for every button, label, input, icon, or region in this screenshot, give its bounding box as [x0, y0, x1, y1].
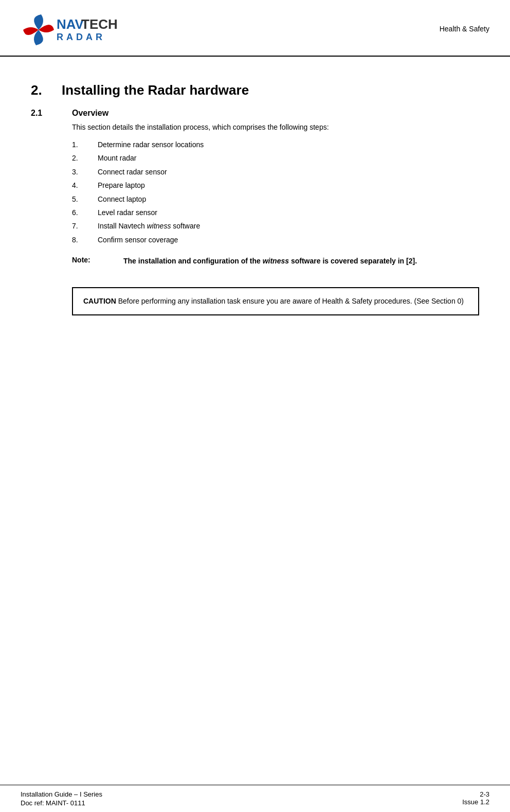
step-text: Connect radar sensor	[98, 166, 479, 178]
note-label: Note:	[72, 256, 123, 267]
subsection-number: 2.1	[31, 109, 72, 118]
section-title: Installing the Radar hardware	[62, 82, 249, 98]
intro-text: This section details the installation pr…	[72, 122, 479, 133]
step-text: Install Navtech witness software	[98, 220, 479, 232]
main-content: 2. Installing the Radar hardware 2.1 Ove…	[0, 57, 510, 367]
list-item: 8. Confirm sensor coverage	[72, 234, 479, 245]
note-block: Note: The installation and configuration…	[72, 256, 479, 267]
header: NAV TECH RADAR Health & Safety	[0, 0, 510, 57]
note-content: The installation and configuration of th…	[123, 256, 417, 267]
subsection-title: Overview	[72, 109, 108, 118]
step-num: 6.	[72, 207, 98, 218]
step-text: Mount radar	[98, 152, 479, 164]
step-text: Level radar sensor	[98, 207, 479, 218]
steps-list: 1. Determine radar sensor locations 2. M…	[72, 139, 479, 245]
svg-text:TECH: TECH	[81, 16, 118, 32]
list-item: 7. Install Navtech witness software	[72, 220, 479, 232]
section-number: 2.	[31, 82, 62, 98]
step-num: 5.	[72, 193, 98, 205]
footer: Installation Guide – I Series Doc ref: M…	[0, 785, 510, 812]
step-text: Prepare laptop	[98, 180, 479, 191]
svg-text:NAV: NAV	[57, 16, 84, 32]
caution-box: CAUTION Before performing any installati…	[72, 287, 479, 315]
list-item: 3. Connect radar sensor	[72, 166, 479, 178]
list-item: 4. Prepare laptop	[72, 180, 479, 191]
step-num: 8.	[72, 234, 98, 245]
list-item: 1. Determine radar sensor locations	[72, 139, 479, 150]
page: NAV TECH RADAR Health & Safety 2. Instal…	[0, 0, 510, 812]
step-num: 3.	[72, 166, 98, 178]
header-health-safety: Health & Safety	[440, 9, 489, 33]
step-text: Determine radar sensor locations	[98, 139, 479, 150]
list-item: 2. Mount radar	[72, 152, 479, 164]
step-num: 7.	[72, 220, 98, 232]
step-num: 4.	[72, 180, 98, 191]
footer-page: 2-3	[462, 790, 489, 798]
list-item: 5. Connect laptop	[72, 193, 479, 205]
subsection-2-1: 2.1 Overview This section details the in…	[31, 109, 479, 326]
step-text: Connect laptop	[98, 193, 479, 205]
footer-docref: Doc ref: MAINT- 0111	[21, 799, 102, 807]
navtech-logo: NAV TECH RADAR	[21, 9, 134, 50]
list-item: 6. Level radar sensor	[72, 207, 479, 218]
note-text-before: The installation and configuration of th…	[123, 257, 263, 265]
step-num: 2.	[72, 152, 98, 164]
footer-guide: Installation Guide – I Series	[21, 790, 102, 798]
subsection-header: 2.1 Overview	[31, 109, 479, 118]
subsection-body: This section details the installation pr…	[72, 122, 479, 326]
footer-right: 2-3 Issue 1.2	[462, 790, 489, 807]
note-text-after: software is covered separately in [2].	[289, 257, 417, 265]
note-italic: witness	[263, 257, 289, 265]
step-num: 1.	[72, 139, 98, 150]
caution-label: CAUTION	[83, 297, 116, 305]
section-heading: 2. Installing the Radar hardware	[31, 82, 479, 98]
caution-text: Before performing any installation task …	[116, 297, 464, 305]
svg-text:RADAR: RADAR	[57, 32, 105, 42]
footer-issue: Issue 1.2	[462, 798, 489, 806]
logo-area: NAV TECH RADAR	[21, 9, 134, 50]
footer-left: Installation Guide – I Series Doc ref: M…	[21, 790, 102, 807]
step-text: Confirm sensor coverage	[98, 234, 479, 245]
